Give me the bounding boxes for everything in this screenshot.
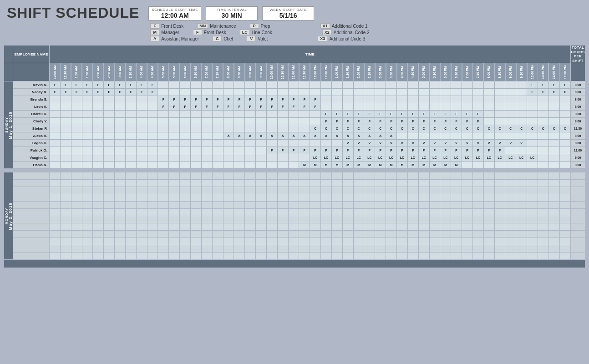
shift-cell[interactable]: P (407, 147, 418, 154)
shift-cell[interactable]: V (440, 140, 451, 147)
shift-cell[interactable] (483, 245, 494, 253)
shift-cell[interactable] (397, 216, 408, 223)
shift-cell[interactable] (201, 231, 212, 238)
shift-cell[interactable]: F (342, 118, 353, 125)
shift-cell[interactable] (266, 209, 277, 216)
shift-cell[interactable] (321, 89, 332, 96)
shift-cell[interactable] (71, 172, 82, 180)
shift-cell[interactable] (190, 154, 201, 162)
shift-cell[interactable] (310, 180, 321, 187)
shift-cell[interactable]: F (418, 111, 429, 118)
shift-cell[interactable] (147, 140, 158, 147)
shift-cell[interactable] (299, 253, 310, 260)
shift-cell[interactable] (321, 223, 332, 231)
shift-cell[interactable] (82, 132, 93, 140)
shift-cell[interactable] (451, 180, 462, 187)
shift-cell[interactable] (397, 194, 408, 202)
shift-cell[interactable] (234, 172, 245, 180)
shift-cell[interactable] (234, 238, 245, 245)
shift-cell[interactable] (538, 118, 548, 125)
shift-cell[interactable] (201, 140, 212, 147)
shift-cell[interactable] (407, 238, 418, 245)
shift-cell[interactable]: P (266, 147, 277, 154)
shift-cell[interactable] (201, 187, 212, 194)
shift-cell[interactable] (462, 216, 473, 223)
shift-cell[interactable]: V (429, 140, 440, 147)
shift-cell[interactable] (93, 180, 104, 187)
shift-cell[interactable] (245, 194, 256, 202)
shift-cell[interactable]: V (375, 140, 386, 147)
shift-cell[interactable] (201, 89, 212, 96)
shift-cell[interactable] (364, 253, 375, 260)
shift-cell[interactable] (190, 216, 201, 223)
shift-cell[interactable] (451, 81, 462, 89)
shift-cell[interactable] (494, 81, 505, 89)
shift-cell[interactable] (256, 202, 267, 209)
shift-cell[interactable] (407, 187, 418, 194)
shift-cell[interactable] (342, 223, 353, 231)
shift-cell[interactable]: F (397, 118, 408, 125)
shift-cell[interactable] (548, 103, 559, 111)
shift-cell[interactable] (223, 194, 234, 202)
shift-cell[interactable]: LC (451, 154, 462, 162)
shift-cell[interactable] (212, 202, 223, 209)
shift-cell[interactable] (115, 238, 126, 245)
shift-cell[interactable] (299, 216, 310, 223)
shift-cell[interactable] (190, 180, 201, 187)
shift-cell[interactable]: F (342, 111, 353, 118)
shift-cell[interactable] (527, 172, 538, 180)
shift-cell[interactable]: F (245, 96, 256, 103)
shift-cell[interactable] (93, 245, 104, 253)
shift-cell[interactable] (60, 154, 71, 162)
shift-cell[interactable] (440, 96, 451, 103)
shift-cell[interactable] (538, 103, 548, 111)
shift-cell[interactable] (505, 202, 516, 209)
shift-cell[interactable] (429, 81, 440, 89)
shift-cell[interactable] (288, 111, 299, 118)
shift-cell[interactable] (169, 132, 180, 140)
shift-cell[interactable]: P (494, 147, 505, 154)
shift-cell[interactable] (136, 253, 147, 260)
shift-cell[interactable] (169, 231, 180, 238)
shift-cell[interactable] (125, 118, 136, 125)
shift-cell[interactable] (266, 231, 277, 238)
shift-cell[interactable] (299, 89, 310, 96)
shift-cell[interactable]: LC (407, 154, 418, 162)
shift-cell[interactable] (212, 147, 223, 154)
shift-cell[interactable] (462, 132, 473, 140)
shift-cell[interactable]: C (462, 125, 473, 132)
shift-cell[interactable] (559, 96, 570, 103)
shift-cell[interactable] (429, 245, 440, 253)
shift-cell[interactable] (288, 154, 299, 162)
shift-cell[interactable] (299, 202, 310, 209)
shift-cell[interactable] (180, 111, 191, 118)
shift-cell[interactable] (245, 111, 256, 118)
shift-cell[interactable] (158, 187, 169, 194)
shift-cell[interactable]: A (223, 132, 234, 140)
shift-cell[interactable] (472, 81, 483, 89)
shift-cell[interactable] (375, 209, 386, 216)
shift-cell[interactable] (299, 140, 310, 147)
shift-cell[interactable]: LC (418, 154, 429, 162)
shift-cell[interactable] (364, 96, 375, 103)
shift-cell[interactable] (180, 140, 191, 147)
shift-cell[interactable]: M (342, 162, 353, 169)
shift-cell[interactable] (418, 96, 429, 103)
shift-cell[interactable] (50, 162, 61, 169)
shift-cell[interactable] (234, 231, 245, 238)
shift-cell[interactable]: M (418, 162, 429, 169)
shift-cell[interactable] (548, 118, 559, 125)
shift-cell[interactable] (418, 245, 429, 253)
shift-cell[interactable]: P (397, 147, 408, 154)
shift-cell[interactable]: F (60, 89, 71, 96)
shift-cell[interactable] (407, 253, 418, 260)
shift-cell[interactable] (548, 140, 559, 147)
shift-cell[interactable] (50, 147, 61, 154)
shift-cell[interactable]: F (472, 111, 483, 118)
shift-cell[interactable]: V (462, 140, 473, 147)
shift-cell[interactable]: F (375, 118, 386, 125)
shift-cell[interactable] (440, 253, 451, 260)
shift-cell[interactable] (256, 187, 267, 194)
shift-cell[interactable] (451, 202, 462, 209)
shift-cell[interactable] (158, 132, 169, 140)
